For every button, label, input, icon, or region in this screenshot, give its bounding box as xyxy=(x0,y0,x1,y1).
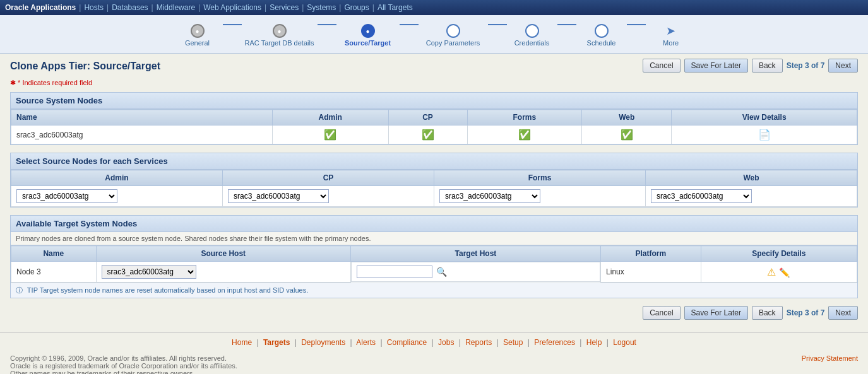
target-col-name: Name xyxy=(11,246,97,262)
wizard-bar: ● General ● RAC Target DB details ● Sour… xyxy=(0,15,868,54)
tip-row: ⓘ TIP Target system node names are reset… xyxy=(11,283,857,298)
target-host-cell: 🔍 xyxy=(351,262,600,282)
col-forms: Forms xyxy=(467,110,581,126)
target-source-host-select[interactable]: srac3_adc60003atg xyxy=(102,265,196,279)
step-connector-2 xyxy=(318,24,336,25)
select-source-section: Select Source Nodes for each Services Ad… xyxy=(10,153,858,207)
specify-details-edit-button[interactable]: ✏️ xyxy=(778,267,791,278)
step-source-target[interactable]: ● Source/Target xyxy=(336,24,400,47)
source-admin-check: ✅ xyxy=(272,126,388,144)
step-circle-more: ➤ xyxy=(664,24,678,38)
col-web: Web xyxy=(582,110,672,126)
warning-icon: ⚠ xyxy=(767,267,776,278)
required-asterisk: ✱ xyxy=(10,79,16,86)
cancel-button-top[interactable]: Cancel xyxy=(643,59,680,73)
copyright-line2: Oracle is a registered trademark of Orac… xyxy=(10,362,858,370)
step-circle-source-target: ● xyxy=(361,24,375,38)
top-action-bar: Cancel Save For Later Back Step 3 of 7 N… xyxy=(643,59,858,73)
top-navigation: Oracle Applications | Hosts | Databases … xyxy=(0,0,868,15)
nav-hosts[interactable]: Hosts xyxy=(84,3,104,12)
target-source-host-cell: srac3_adc60003atg xyxy=(96,262,350,283)
nav-all-targets[interactable]: All Targets xyxy=(378,3,413,12)
target-host-input[interactable] xyxy=(357,266,432,278)
back-button-bottom[interactable]: Back xyxy=(752,306,783,320)
footer-compliance[interactable]: Compliance xyxy=(387,338,427,347)
footer-reports[interactable]: Reports xyxy=(465,338,492,347)
save-for-later-button-top[interactable]: Save For Later xyxy=(684,59,748,73)
footer-help[interactable]: Help xyxy=(586,338,602,347)
copyright-line3: Other names may be trademarks of their r… xyxy=(10,370,858,374)
step-label-copy-params: Copy Parameters xyxy=(426,39,480,47)
step-indicator-top: Step 3 of 7 xyxy=(787,61,825,70)
footer-preferences[interactable]: Preferences xyxy=(534,338,575,347)
step-general[interactable]: ● General xyxy=(172,24,223,47)
forms-select[interactable]: srac3_adc60003atg xyxy=(439,189,540,203)
save-for-later-button-bottom[interactable]: Save For Later xyxy=(684,306,748,320)
cp-select[interactable]: srac3_adc60003atg xyxy=(228,189,329,203)
page-title: Clone Apps Tier: Source/Target xyxy=(10,61,160,72)
col-view-details: View Details xyxy=(672,110,857,126)
select-source-row-1: srac3_adc60003atg srac3_adc60003atg srac… xyxy=(11,186,857,207)
nav-systems[interactable]: Systems xyxy=(307,3,336,12)
view-details-icon[interactable]: 📄 xyxy=(758,129,771,140)
footer-alerts[interactable]: Alerts xyxy=(356,338,376,347)
source-system-section: Source System Nodes Name Admin CP Forms … xyxy=(10,92,858,145)
cancel-button-bottom[interactable]: Cancel xyxy=(643,306,680,320)
step-credentials[interactable]: Credentials xyxy=(507,24,557,47)
web-select[interactable]: srac3_adc60003atg xyxy=(651,189,752,203)
footer-deployments[interactable]: Deployments xyxy=(301,338,345,347)
cp-checkmark: ✅ xyxy=(422,129,434,140)
source-view-details[interactable]: 📄 xyxy=(672,126,857,144)
brand-label[interactable]: Oracle Applications xyxy=(5,3,76,12)
step-label-more: More xyxy=(663,39,679,47)
footer-logout[interactable]: Logout xyxy=(613,338,636,347)
required-note: ✱ * Indicates required field xyxy=(10,79,858,87)
target-row-1: Node 3 srac3_adc60003atg 🔍 Linux ⚠ ✏️ xyxy=(11,262,857,283)
step-circle-credentials xyxy=(525,24,539,38)
privacy-statement-link[interactable]: Privacy Statement xyxy=(802,354,858,362)
source-node-name: srac3_adc60003atg xyxy=(11,126,273,144)
step-rac[interactable]: ● RAC Target DB details xyxy=(242,24,318,47)
step-circle-rac: ● xyxy=(273,24,287,38)
footer-nav: Home | Targets | Deployments | Alerts | … xyxy=(0,332,868,352)
tip-icon: ⓘ xyxy=(16,286,23,294)
nav-groups[interactable]: Groups xyxy=(344,3,369,12)
select-source-header: Select Source Nodes for each Services xyxy=(11,153,857,170)
step-circle-schedule xyxy=(595,24,609,38)
select-forms-cell: srac3_adc60003atg xyxy=(434,186,646,207)
step-label-rac: RAC Target DB details xyxy=(245,39,314,47)
admin-select[interactable]: srac3_adc60003atg xyxy=(16,189,117,203)
forms-checkmark: ✅ xyxy=(518,129,531,140)
back-button-top[interactable]: Back xyxy=(752,59,783,73)
footer-jobs[interactable]: Jobs xyxy=(438,338,454,347)
step-circle-general: ● xyxy=(191,24,205,38)
copyright: Privacy Statement Copyright © 1996, 2009… xyxy=(0,352,868,374)
target-col-target-host: Target Host xyxy=(350,246,600,262)
nav-databases[interactable]: Databases xyxy=(112,3,148,12)
step-more[interactable]: ➤ More xyxy=(646,24,696,47)
page-content: Clone Apps Tier: Source/Target Cancel Sa… xyxy=(0,54,868,329)
target-host-search-button[interactable]: 🔍 xyxy=(435,267,448,277)
footer-home[interactable]: Home xyxy=(232,338,252,347)
next-button-bottom[interactable]: Next xyxy=(828,306,858,320)
step-connector-4 xyxy=(488,24,507,25)
target-section-header: Available Target System Nodes xyxy=(11,216,857,232)
nav-web-applications[interactable]: Web Applications xyxy=(203,3,261,12)
step-schedule[interactable]: Schedule xyxy=(576,24,627,47)
nav-middleware[interactable]: Middleware xyxy=(157,3,195,12)
step-copy-params[interactable]: Copy Parameters xyxy=(419,24,488,47)
copyright-line1: Copyright © 1996, 2009, Oracle and/or it… xyxy=(10,354,858,362)
step-circle-copy-params xyxy=(446,24,460,38)
required-text: * Indicates required field xyxy=(18,79,92,86)
footer-setup[interactable]: Setup xyxy=(503,338,523,347)
footer-targets[interactable]: Targets xyxy=(263,338,290,347)
step-label-general: General xyxy=(185,39,210,47)
source-web-check: ✅ xyxy=(582,126,672,144)
nav-services[interactable]: Services xyxy=(270,3,299,12)
select-cp-cell: srac3_adc60003atg xyxy=(223,186,434,207)
select-col-forms: Forms xyxy=(434,170,646,186)
next-button-top[interactable]: Next xyxy=(828,59,858,73)
admin-checkmark: ✅ xyxy=(324,129,336,140)
step-connector-5 xyxy=(557,24,576,25)
select-col-cp: CP xyxy=(223,170,434,186)
